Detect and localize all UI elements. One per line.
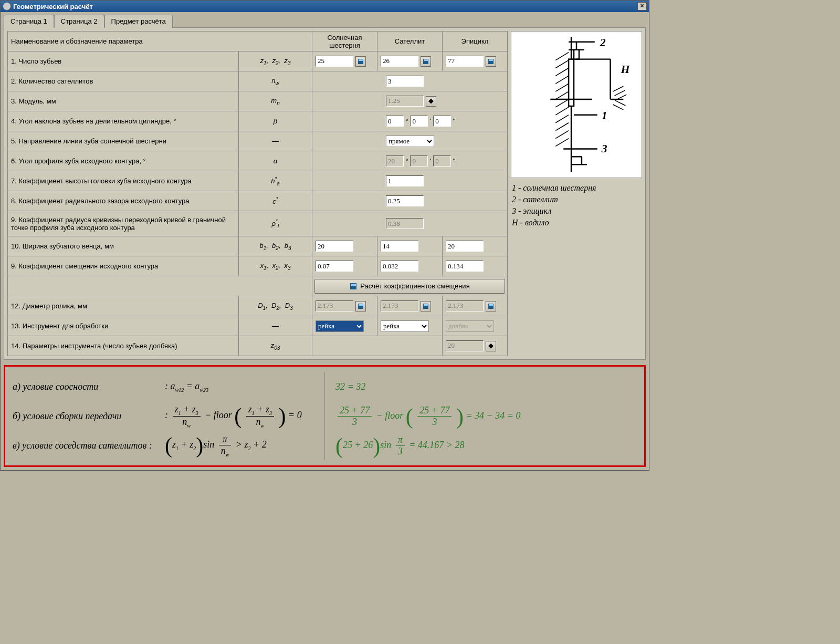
r7-sym: h*a — [239, 171, 312, 191]
r7-label: 7. Коэффициент высоты головки зуба исход… — [8, 171, 239, 191]
direction-select[interactable]: прямое — [386, 136, 434, 147]
beta-deg[interactable] — [386, 116, 404, 127]
r9-sym: ρ*f — [239, 211, 312, 236]
svg-line-26 — [615, 100, 625, 106]
r4-sym: β — [239, 111, 312, 131]
tab-page2[interactable]: Страница 2 — [54, 15, 104, 28]
header-name: Наименование и обозначение параметра — [8, 32, 312, 51]
app-icon — [3, 2, 11, 11]
r9-label: 9. Коэффициент радиуса кривизны переходн… — [8, 211, 239, 236]
svg-text:1: 1 — [602, 109, 607, 122]
beta-min[interactable] — [410, 116, 428, 127]
tool2-select[interactable]: рейка — [381, 320, 429, 332]
titlebar: Геометрический расчёт × — [1, 1, 649, 12]
calc-shift-button[interactable]: Расчёт коэффициентов смещения — [314, 279, 505, 294]
svg-line-36 — [555, 68, 569, 76]
header-sat: Сателлит — [377, 32, 443, 51]
window-title: Геометрический расчёт — [13, 3, 637, 11]
ha-input[interactable] — [386, 175, 424, 186]
x3-input[interactable] — [446, 261, 484, 272]
b2-input[interactable] — [381, 241, 418, 252]
close-button[interactable]: × — [637, 2, 647, 11]
r1-sym: z1, z2, z3 — [239, 51, 312, 71]
r14-sym: z03 — [239, 336, 312, 356]
svg-line-22 — [613, 86, 624, 91]
r13-sym: — — [239, 316, 312, 336]
b3-input[interactable] — [446, 241, 484, 252]
z03-input — [446, 340, 484, 351]
calc-icon[interactable] — [355, 56, 366, 67]
calc-icon[interactable] — [421, 301, 431, 311]
tool1-select[interactable]: рейка — [316, 320, 364, 332]
r10-label: 10. Ширина зубчатого венца, мм — [8, 236, 239, 256]
z2-input[interactable] — [381, 56, 418, 67]
cond-b-result: 25 + 773 − floor ( 25 + 773 ) = 34 − 34 … — [335, 405, 520, 428]
calc-icon[interactable] — [355, 301, 366, 311]
svg-text:3: 3 — [601, 142, 607, 155]
cond-a-result: 32 = 32 — [335, 381, 365, 392]
cond-b-label: б) условие сборки передачи — [13, 411, 165, 422]
calc-icon[interactable] — [486, 56, 496, 67]
d1-input — [316, 300, 353, 311]
r3-label: 3. Модуль, мм — [8, 91, 239, 111]
mn-input — [386, 96, 424, 107]
cond-c-expr: (z1 + z2)sin πnw > z2 + 2 — [165, 434, 267, 458]
z1-input[interactable] — [316, 56, 353, 67]
eraser-icon[interactable]: ◆ — [426, 96, 436, 107]
calc-icon[interactable] — [486, 301, 496, 311]
svg-rect-13 — [489, 304, 493, 306]
svg-rect-5 — [489, 59, 493, 61]
x1-input[interactable] — [316, 261, 353, 272]
r5-sym: — — [239, 131, 312, 151]
r10-sym: b1, b2, b3 — [239, 236, 312, 256]
r14-label: 14. Параметры инструмента (число зубьев … — [8, 336, 239, 356]
tab-subject[interactable]: Предмет расчёта — [104, 15, 173, 28]
x2-input[interactable] — [381, 261, 418, 272]
beta-sec[interactable] — [433, 116, 451, 127]
svg-line-41 — [555, 107, 569, 115]
cond-c-result: (25 + 26)sin π3 = 44.167 > 28 — [335, 434, 465, 457]
gear-diagram: 2 H 1 3 — [511, 31, 642, 178]
b1-input[interactable] — [316, 241, 353, 252]
r2-label: 2. Количество сателлитов — [8, 71, 239, 91]
d3-input — [446, 300, 484, 311]
z3-input[interactable] — [446, 56, 484, 67]
tab-page1[interactable]: Страница 1 — [4, 15, 54, 28]
r13-label: 13. Инструмент для обработки — [8, 316, 239, 336]
tab-strip: Страница 1 Страница 2 Предмет расчёта — [4, 14, 646, 27]
cond-c-label: в) условие соседства сателлитов : — [13, 440, 165, 451]
r8-sym: c* — [239, 191, 312, 211]
r2-sym: nw — [239, 71, 312, 91]
r4-label: 4. Угол наклона зубьев на делительном ци… — [8, 111, 239, 131]
tab-content: Наименование и обозначение параметра Сол… — [4, 27, 646, 360]
svg-line-40 — [555, 99, 569, 107]
cond-a-expr: : aw12 = aw23 — [165, 381, 208, 393]
calc-icon — [350, 283, 357, 290]
r5-label: 5. Направление линии зуба солнечной шест… — [8, 131, 239, 151]
diagram-legend: 1 - солнечная шестерня 2 - сателлит 3 - … — [511, 180, 642, 231]
svg-line-44 — [555, 131, 569, 139]
rho-input — [386, 218, 424, 229]
svg-line-34 — [555, 53, 569, 60]
d2-input — [381, 300, 418, 311]
svg-rect-1 — [359, 59, 363, 61]
svg-line-37 — [555, 76, 569, 84]
svg-line-42 — [555, 115, 569, 123]
svg-rect-11 — [424, 304, 428, 306]
r6-sym: α — [239, 151, 312, 171]
svg-text:H: H — [620, 63, 630, 76]
r8-label: 8. Коэффициент радиального зазора исходн… — [8, 191, 239, 211]
header-epi: Эпицикл — [443, 32, 508, 51]
svg-line-23 — [614, 90, 625, 96]
svg-rect-3 — [424, 59, 428, 61]
nw-input[interactable] — [386, 76, 424, 87]
r12-sym: D1, D2, D3 — [239, 296, 312, 316]
svg-line-45 — [555, 139, 569, 147]
c-input[interactable] — [386, 195, 424, 206]
svg-line-35 — [555, 60, 569, 68]
svg-line-25 — [613, 105, 624, 110]
r3-sym: mn — [239, 91, 312, 111]
svg-rect-18 — [574, 50, 579, 59]
calc-icon[interactable] — [421, 56, 431, 67]
eraser-icon[interactable]: ◆ — [486, 341, 496, 351]
